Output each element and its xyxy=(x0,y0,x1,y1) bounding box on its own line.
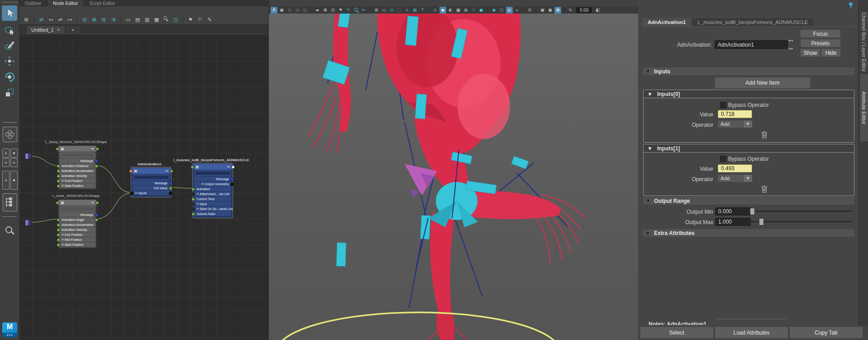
node-attr-row[interactable]: ⊞Mid Position xyxy=(59,237,95,242)
node-port[interactable] xyxy=(95,159,98,163)
presets-button[interactable]: Presets xyxy=(801,39,840,47)
node-port[interactable] xyxy=(170,169,173,173)
node-attr-row[interactable]: Current Time xyxy=(194,196,231,201)
node-port[interactable] xyxy=(191,192,195,196)
occlusion-icon[interactable]: ◉ xyxy=(491,7,497,14)
scale-tool-icon[interactable] xyxy=(2,85,17,101)
node-port[interactable] xyxy=(169,187,172,190)
node-port[interactable] xyxy=(191,207,195,211)
new-tab-button[interactable]: + xyxy=(66,26,80,34)
node-filter-box[interactable] xyxy=(133,175,169,180)
motion-blur-icon[interactable]: ○ xyxy=(498,7,505,14)
node-attr-row[interactable]: ⊞Slide On Se...raints List xyxy=(194,206,231,211)
input-connections-icon[interactable]: ↤ xyxy=(47,15,55,24)
operator-dropdown[interactable]: Add ▼ xyxy=(718,175,752,182)
inputs-0-header[interactable]: ▼ Inputs[0] xyxy=(644,90,854,98)
operator-dropdown[interactable]: Add ▼ xyxy=(718,120,752,128)
panel-tab-node-editor[interactable]: Node Editor xyxy=(48,0,84,6)
panel-tab-script-editor[interactable]: Script Editor xyxy=(84,0,121,6)
bypass-operator-checkbox[interactable] xyxy=(720,156,726,162)
node-port[interactable] xyxy=(191,197,195,201)
safe-action-icon[interactable]: ▧ xyxy=(411,7,418,14)
node-muscle[interactable]: ▦≡Message⊞Output GeometryActivation⊞Atta… xyxy=(193,163,233,218)
tab-channel-box-layer-editor[interactable]: Channel Box / Layer Editor xyxy=(859,11,868,72)
pin-selected-icon[interactable]: ⚑ xyxy=(186,15,195,24)
layout-pane-a-icon[interactable]: + xyxy=(2,148,10,158)
panel-layout-icon[interactable]: A xyxy=(271,7,277,14)
node-menu-icon[interactable]: ≡ xyxy=(91,147,94,151)
field-chart-icon[interactable]: + xyxy=(404,7,410,14)
grid-toggle-icon[interactable]: ⊞ xyxy=(373,7,380,14)
node-attr-row[interactable]: Activation Velocity xyxy=(59,227,95,232)
node-port[interactable] xyxy=(57,233,60,237)
frame-all-icon[interactable]: ▤ xyxy=(286,7,293,14)
load-attributes-button[interactable]: Load Attributes xyxy=(715,327,788,338)
node-attr-row[interactable]: ⊞Start Position xyxy=(59,183,95,188)
node-port[interactable] xyxy=(57,179,60,183)
toolbox-drag-handle[interactable] xyxy=(2,2,17,3)
node-attr-row[interactable]: ⊞Start Position xyxy=(59,242,95,247)
output-min-input[interactable]: 0.000 xyxy=(715,207,751,215)
wireframe-on-shaded-icon[interactable]: ◐ xyxy=(447,7,454,14)
zoom-tool-icon[interactable] xyxy=(2,223,17,238)
node-port[interactable] xyxy=(169,182,172,185)
show-input-graph-icon[interactable]: ↤ xyxy=(787,37,794,43)
node-stub[interactable] xyxy=(25,153,32,159)
panel-tab-outliner[interactable]: Outliner xyxy=(19,0,48,6)
extra-attributes-section-header[interactable]: ▶ Extra Attributes xyxy=(643,229,854,237)
search-icon[interactable] xyxy=(162,15,170,24)
select-button[interactable]: Select xyxy=(640,327,713,338)
node-port[interactable] xyxy=(56,147,59,151)
node-stub[interactable] xyxy=(25,220,32,226)
select-tool-icon[interactable] xyxy=(2,5,17,21)
node-port[interactable] xyxy=(57,218,60,222)
node-attr-row[interactable]: Activation Distance xyxy=(59,163,95,168)
output-connections-icon[interactable]: ↦ xyxy=(66,15,74,24)
node-port[interactable] xyxy=(130,192,134,195)
grease-pencil-icon[interactable]: ✎ xyxy=(345,7,352,14)
rotate-tool-icon[interactable] xyxy=(2,69,17,85)
node-editor-canvas[interactable]: L_bicep_femoris_SENSORLOCShape▦≡MessageA… xyxy=(19,34,268,340)
node-name-input[interactable]: AdnActivation1 xyxy=(715,40,788,49)
xray-icon[interactable]: ⊠ xyxy=(554,7,561,14)
output-max-slider[interactable] xyxy=(748,218,852,225)
node-port[interactable] xyxy=(57,174,60,178)
node-header[interactable]: ▦≡ xyxy=(193,164,232,170)
node-port[interactable] xyxy=(230,177,234,181)
display-full-icon[interactable]: ▦ xyxy=(153,15,161,24)
trash-icon[interactable] xyxy=(761,131,768,139)
node-attr-row[interactable]: ⊞End Position xyxy=(59,232,95,237)
all-connections-icon[interactable]: ⇌ xyxy=(56,15,64,24)
sequence-time-icon[interactable]: ▪ xyxy=(514,7,520,14)
node-attr-row[interactable]: Message xyxy=(59,158,95,163)
add-new-item-button[interactable]: Add New Item xyxy=(715,77,810,88)
move-tool-icon[interactable] xyxy=(2,53,17,69)
node-attr-row[interactable]: Message xyxy=(194,177,231,181)
value-input[interactable]: 0.493 xyxy=(718,164,752,172)
camera-attributes-icon[interactable]: ⊡ xyxy=(329,7,336,14)
node-menu-icon[interactable]: ≡ xyxy=(165,169,168,173)
tab-muscle-node[interactable]: L_muscles_lodB_bicepsFemoris_ADNMUSCLE xyxy=(692,18,813,26)
node-attr-row[interactable]: ⊞Input xyxy=(194,201,231,206)
tab-adnactivation1[interactable]: AdnActivation1 xyxy=(642,18,691,26)
node-port[interactable] xyxy=(57,228,60,232)
safe-title-icon[interactable]: T xyxy=(419,7,426,14)
output-min-slider[interactable] xyxy=(748,208,852,214)
lighting-icon[interactable]: ☼ xyxy=(470,7,477,14)
node-port[interactable] xyxy=(191,212,195,216)
node-sensor2[interactable]: ▦≡MessageActivation AngleActivation Acce… xyxy=(58,199,97,249)
inputs-section-header[interactable]: ▼ Inputs xyxy=(643,67,854,75)
inputs-1-header[interactable]: ▼ Inputs[1] xyxy=(644,144,854,153)
image-plane-stack-icon[interactable]: ▨ xyxy=(301,7,308,14)
gamma-icon[interactable]: ◧ xyxy=(594,7,601,14)
view-bookmark-icon[interactable]: ⚑ xyxy=(337,7,344,14)
node-port[interactable] xyxy=(95,218,98,222)
shaded-icon[interactable]: ◆ xyxy=(439,7,446,14)
node-attr-row[interactable]: Message xyxy=(133,181,170,185)
node-header[interactable]: ▦≡ xyxy=(58,146,96,152)
node-attr-row[interactable]: ⊞Output Geometry xyxy=(194,182,231,186)
layout-four-view-icon[interactable] xyxy=(3,127,17,142)
node-attr-row[interactable]: Activation Velocity xyxy=(59,173,95,178)
viewport-3d-view[interactable] xyxy=(269,14,638,340)
add-selected-to-graph-icon[interactable]: ⊞ xyxy=(90,15,98,24)
